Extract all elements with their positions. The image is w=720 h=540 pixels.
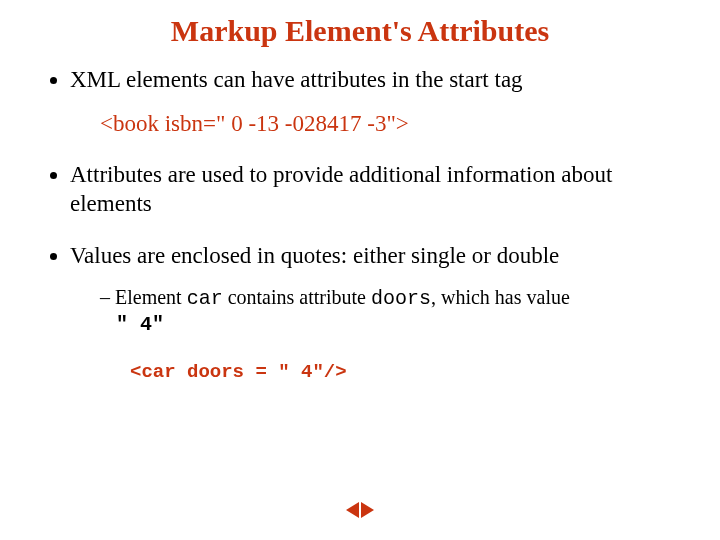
text-fragment: Element [115,286,187,308]
bullet-text: Values are enclosed in quotes: either si… [70,243,559,268]
code-inline-value: " 4" [116,313,164,336]
slide-title: Markup Element's Attributes [0,0,720,66]
bullet-list: Attributes are used to provide additiona… [0,161,720,337]
code-example-2: <car doors = " 4"/> [0,361,720,383]
code-inline-car: car [187,287,223,310]
bullet-item: Attributes are used to provide additiona… [70,161,680,219]
bullet-list: XML elements can have attributes in the … [0,66,720,95]
code-example-1: <book isbn=" 0 -13 -028417 -3"> [0,111,720,137]
bullet-item: XML elements can have attributes in the … [70,66,680,95]
next-icon[interactable] [361,502,374,518]
prev-icon[interactable] [346,502,359,518]
text-fragment: , which has value [431,286,570,308]
slide: Markup Element's Attributes XML elements… [0,0,720,540]
bullet-item: Values are enclosed in quotes: either si… [70,242,680,337]
text-fragment: contains attribute [223,286,371,308]
nav-controls [346,502,374,518]
sub-bullet-list: Element car contains attribute doors, wh… [70,285,680,337]
sub-bullet-item: Element car contains attribute doors, wh… [100,285,680,337]
code-inline-doors: doors [371,287,431,310]
